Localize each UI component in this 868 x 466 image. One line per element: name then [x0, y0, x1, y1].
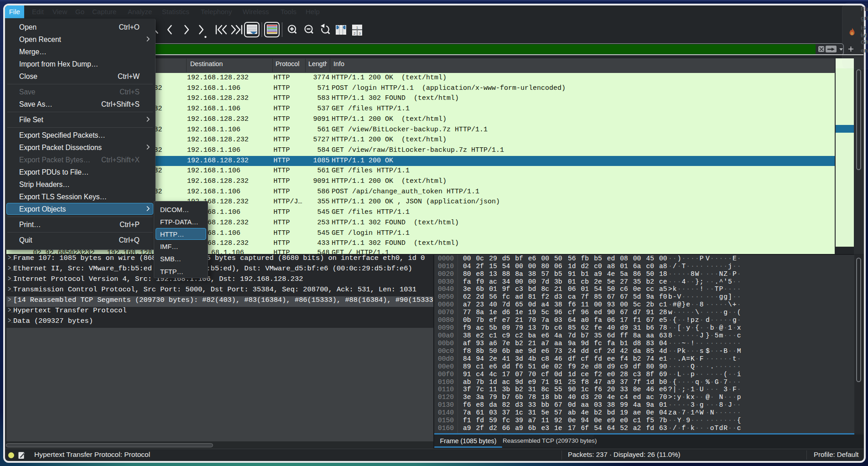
svg-text:1: 1	[356, 26, 359, 30]
svg-text:3: 3	[359, 31, 361, 36]
svg-text:2: 2	[353, 31, 356, 36]
